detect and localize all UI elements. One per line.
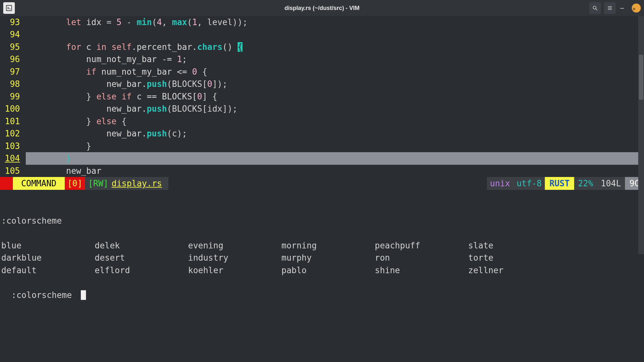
completion-item[interactable]: murphy bbox=[281, 252, 375, 264]
close-icon bbox=[632, 7, 636, 11]
cursor bbox=[81, 290, 86, 300]
status-indicator bbox=[0, 177, 13, 190]
completion-item[interactable]: torte bbox=[468, 252, 562, 264]
code-content[interactable]: let idx = 5 - min(4, max(1, level)); bbox=[26, 16, 644, 28]
status-readwrite: [RW] bbox=[85, 177, 112, 190]
code-line[interactable]: 103 } bbox=[0, 140, 644, 152]
code-content[interactable] bbox=[26, 28, 644, 41]
code-line[interactable]: 104 } bbox=[0, 152, 644, 164]
completion-list: bluedarkbluedefaultdelekdesertelflordeve… bbox=[0, 239, 644, 276]
code-line[interactable]: 101 } else { bbox=[0, 115, 644, 127]
line-number: 93 bbox=[0, 16, 26, 28]
command-area: :colorscheme bbox=[0, 190, 644, 239]
code-content[interactable]: if num_not_my_bar <= 0 { bbox=[26, 66, 644, 78]
search-icon bbox=[592, 5, 598, 11]
completion-item[interactable]: koehler bbox=[188, 264, 281, 276]
line-number: 102 bbox=[0, 127, 26, 140]
line-number: 103 bbox=[0, 140, 26, 152]
line-number: 98 bbox=[0, 78, 26, 90]
completion-item[interactable]: darkblue bbox=[1, 252, 95, 264]
close-button[interactable] bbox=[632, 4, 641, 13]
code-content[interactable]: new_bar.push(BLOCKS[idx]); bbox=[26, 103, 644, 115]
code-content[interactable]: new_bar bbox=[26, 165, 644, 177]
code-line[interactable]: 95 for c in self.percent_bar.chars() { bbox=[0, 41, 644, 53]
completion-item[interactable]: morning bbox=[281, 239, 375, 252]
command-header: :colorscheme bbox=[1, 215, 643, 227]
code-line[interactable]: 105 new_bar bbox=[0, 165, 644, 177]
status-filename: display.rs bbox=[111, 177, 168, 190]
completion-item[interactable]: delek bbox=[95, 239, 188, 252]
minimize-icon bbox=[619, 3, 625, 10]
line-number: 95 bbox=[0, 41, 26, 53]
completion-item[interactable]: peachpuff bbox=[375, 239, 468, 252]
code-line[interactable]: 100 new_bar.push(BLOCKS[idx]); bbox=[0, 103, 644, 115]
status-bar: COMMAND [0] [RW] display.rs unix utf-8 R… bbox=[0, 177, 644, 190]
line-number: 96 bbox=[0, 53, 26, 65]
status-line-count: 104L bbox=[597, 177, 625, 190]
window-title: display.rs (~/dust/src) - VIM bbox=[284, 5, 359, 12]
search-button[interactable] bbox=[589, 2, 601, 14]
hamburger-icon bbox=[607, 5, 613, 11]
svg-point-1 bbox=[593, 6, 596, 9]
scrollbar[interactable] bbox=[638, 16, 644, 254]
code-content[interactable]: } else if c == BLOCKS[0] { bbox=[26, 90, 644, 103]
completion-item[interactable]: zellner bbox=[468, 264, 562, 276]
code-content[interactable]: } bbox=[26, 152, 644, 164]
status-percent: 22% bbox=[574, 177, 597, 190]
completion-item[interactable]: evening bbox=[188, 239, 281, 252]
svg-line-2 bbox=[596, 9, 597, 10]
completion-item[interactable]: desert bbox=[95, 252, 188, 264]
code-line[interactable]: 102 new_bar.push(c); bbox=[0, 127, 644, 140]
command-prompt: :colorscheme bbox=[11, 290, 77, 300]
status-buffer-number: [0] bbox=[65, 177, 85, 190]
line-number: 100 bbox=[0, 103, 26, 115]
completion-item[interactable]: industry bbox=[188, 252, 281, 264]
titlebar: display.rs (~/dust/src) - VIM bbox=[0, 0, 644, 16]
code-content[interactable]: new_bar.push(BLOCKS[0]); bbox=[26, 78, 644, 90]
completion-item[interactable]: elflord bbox=[95, 264, 188, 276]
code-line[interactable]: 99 } else if c == BLOCKS[0] { bbox=[0, 90, 644, 103]
code-content[interactable]: } else { bbox=[26, 115, 644, 127]
code-line[interactable]: 94 bbox=[0, 28, 644, 41]
completion-item[interactable]: ron bbox=[375, 252, 468, 264]
scrollbar-thumb[interactable] bbox=[639, 55, 643, 100]
code-content[interactable]: new_bar.push(c); bbox=[26, 127, 644, 140]
line-number: 101 bbox=[0, 115, 26, 127]
code-line[interactable]: 97 if num_not_my_bar <= 0 { bbox=[0, 66, 644, 78]
editor-area[interactable]: 93 let idx = 5 - min(4, max(1, level));9… bbox=[0, 16, 644, 177]
code-line[interactable]: 93 let idx = 5 - min(4, max(1, level)); bbox=[0, 16, 644, 28]
status-fileformat: unix bbox=[487, 177, 514, 190]
code-line[interactable]: 96 num_not_my_bar -= 1; bbox=[0, 53, 644, 65]
code-line[interactable]: 98 new_bar.push(BLOCKS[0]); bbox=[0, 78, 644, 90]
menu-button[interactable] bbox=[604, 2, 616, 14]
code-content[interactable]: for c in self.percent_bar.chars() { bbox=[26, 41, 644, 53]
line-number: 97 bbox=[0, 66, 26, 78]
code-content[interactable]: } bbox=[26, 140, 644, 152]
code-content[interactable]: num_not_my_bar -= 1; bbox=[26, 53, 644, 65]
line-number: 94 bbox=[0, 28, 26, 41]
completion-item[interactable]: default bbox=[1, 264, 95, 276]
line-number: 99 bbox=[0, 90, 26, 103]
line-number: 105 bbox=[0, 165, 26, 177]
completion-item[interactable]: pablo bbox=[281, 264, 375, 276]
status-mode: COMMAND bbox=[13, 177, 65, 190]
line-number: 104 bbox=[0, 152, 26, 164]
app-icon bbox=[3, 2, 15, 14]
status-encoding: utf-8 bbox=[513, 177, 545, 190]
status-language: RUST bbox=[545, 177, 574, 190]
minimize-button[interactable] bbox=[619, 3, 629, 13]
completion-item[interactable]: slate bbox=[468, 239, 562, 252]
completion-item[interactable]: blue bbox=[1, 239, 95, 252]
command-prompt-line[interactable]: :colorscheme bbox=[0, 276, 644, 301]
completion-item[interactable]: shine bbox=[375, 264, 468, 276]
